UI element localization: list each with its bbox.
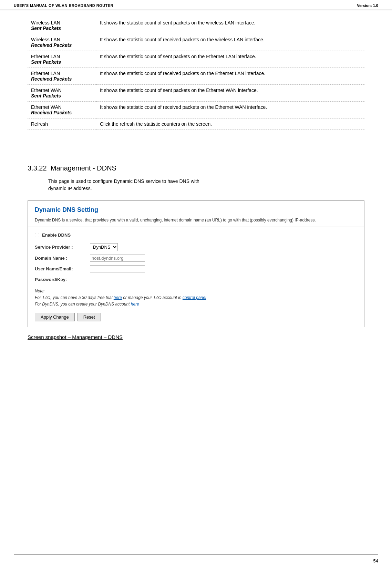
stats-description-cell: Click the refresh the statistic counters… [96, 118, 364, 130]
domain-name-input[interactable] [90, 255, 145, 262]
stats-label-cell: Ethernet LANSent Packets [28, 51, 96, 68]
ddns-panel: Dynamic DNS Setting Dynamic DNS is a ser… [28, 200, 364, 327]
note-here2-link[interactable]: here [131, 302, 139, 307]
stats-label-cell: Ethernet LANReceived Packets [28, 68, 96, 85]
domain-name-label: Domain Name : [35, 256, 90, 261]
username-label: User Name/Email: [35, 266, 90, 271]
stats-description-cell: It shows the statistic count of received… [96, 68, 364, 85]
ddns-panel-title: Dynamic DNS Setting [28, 201, 364, 217]
password-label: Password/Key: [35, 277, 90, 282]
stats-label-cell: Ethernet WANReceived Packets [28, 102, 96, 118]
note-line2: For DynDNS, you can create your DynDNS a… [35, 302, 139, 307]
button-row: Apply Change Reset [35, 313, 357, 321]
stats-label-cell: Refresh [28, 118, 96, 130]
note-control-panel-link[interactable]: control panel [183, 295, 206, 300]
stats-label-cell: Wireless LANReceived Packets [28, 34, 96, 51]
stats-description-cell: It shows the statistic count of sent pac… [96, 17, 364, 34]
stats-label-cell: Ethernet WANSent Packets [28, 85, 96, 102]
table-row: Wireless LANSent PacketsIt shows the sta… [28, 17, 364, 34]
username-input[interactable] [90, 265, 145, 272]
ddns-panel-body: Enable DDNS Service Provider : DynDNS TZ… [28, 227, 364, 327]
footer-line [14, 555, 378, 555]
service-provider-row: Service Provider : DynDNS TZO [35, 243, 357, 251]
table-row: RefreshClick the refresh the statistic c… [28, 118, 364, 130]
apply-change-button[interactable]: Apply Change [35, 313, 75, 321]
page-number: 54 [373, 558, 378, 563]
section-number: 3.3.22 Management - DDNS [28, 164, 116, 172]
domain-name-row: Domain Name : [35, 255, 357, 262]
username-row: User Name/Email: [35, 265, 357, 272]
stats-description-cell: It shows the statistic count of received… [96, 102, 364, 118]
enable-ddns-label: Enable DDNS [42, 232, 71, 238]
enable-ddns-checkbox[interactable] [35, 233, 39, 237]
enable-ddns-row: Enable DDNS [35, 232, 357, 238]
table-row: Ethernet WANSent PacketsIt shows the sta… [28, 85, 364, 102]
stats-label-cell: Wireless LANSent Packets [28, 17, 96, 34]
section-description: This page is used to configure Dynamic D… [48, 178, 364, 192]
table-row: Ethernet LANSent PacketsIt shows the sta… [28, 51, 364, 68]
main-content: Wireless LANSent PacketsIt shows the sta… [0, 10, 392, 368]
header-left: USER'S MANUAL OF WLAN BROADBAND ROUTER [14, 3, 113, 8]
stats-description-cell: It shows the statistic count of received… [96, 34, 364, 51]
header-right: Version: 1.0 [357, 3, 378, 8]
note-line1: For TZO, you can have a 30 days free tri… [35, 295, 206, 300]
table-row: Ethernet LANReceived PacketsIt shows the… [28, 68, 364, 85]
table-row: Wireless LANReceived PacketsIt shows the… [28, 34, 364, 51]
stats-description-cell: It shows the statistic count of sent pac… [96, 51, 364, 68]
note-label: Note: [35, 289, 45, 293]
reset-button[interactable]: Reset [78, 313, 101, 321]
password-row: Password/Key: [35, 276, 357, 283]
screen-caption: Screen snapshot – Management – DDNS [28, 334, 364, 340]
section-heading-row: 3.3.22 Management - DDNS [28, 144, 364, 178]
note-section: Note: For TZO, you can have a 30 days fr… [35, 288, 357, 308]
table-row: Ethernet WANReceived PacketsIt shows the… [28, 102, 364, 118]
stats-description-cell: It shows the statistic count of sent pac… [96, 85, 364, 102]
service-provider-select[interactable]: DynDNS TZO [90, 243, 118, 251]
ddns-panel-description: Dynamic DNS is a service, that provides … [28, 217, 364, 227]
page-footer: 54 [373, 558, 378, 563]
page-header: USER'S MANUAL OF WLAN BROADBAND ROUTER V… [0, 0, 392, 10]
service-provider-label: Service Provider : [35, 245, 90, 250]
note-here1-link[interactable]: here [114, 295, 122, 300]
password-input[interactable] [90, 276, 151, 283]
stats-table: Wireless LANSent PacketsIt shows the sta… [28, 17, 364, 130]
